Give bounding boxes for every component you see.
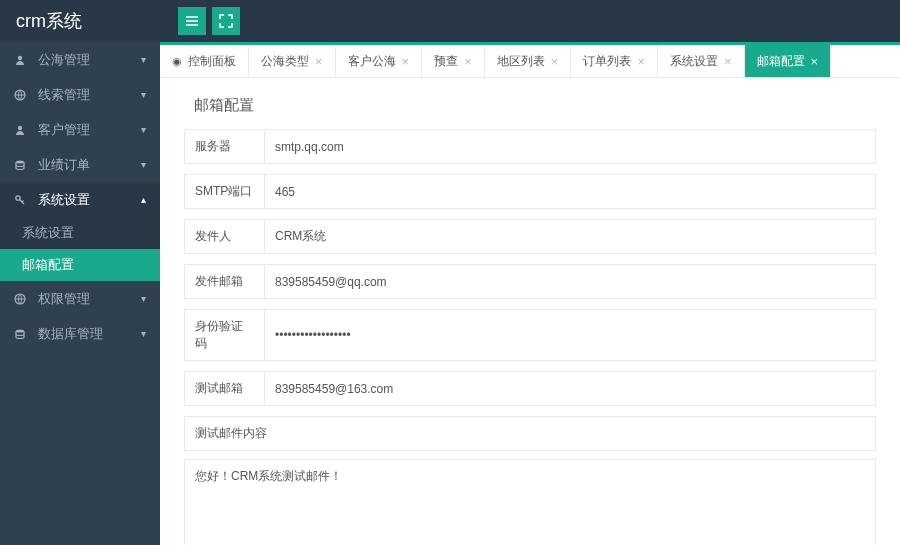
form-row-1: SMTP端口 xyxy=(184,174,876,209)
close-icon[interactable]: × xyxy=(402,54,410,69)
content-area: 邮箱配置 服务器SMTP端口发件人发件邮箱身份验证码测试邮箱 测试邮件内容 提交… xyxy=(160,78,900,545)
sidebar-item-5[interactable]: 权限管理▾ xyxy=(0,281,160,316)
globe-icon: ◉ xyxy=(172,55,182,68)
close-icon[interactable]: × xyxy=(724,54,732,69)
tab-7[interactable]: 邮箱配置× xyxy=(745,45,832,77)
sidebar-item-6[interactable]: 数据库管理▾ xyxy=(0,316,160,351)
sidebar-item-2[interactable]: 客户管理▾ xyxy=(0,112,160,147)
tab-3[interactable]: 预查× xyxy=(422,45,485,77)
field-label: 发件邮箱 xyxy=(184,264,264,299)
tab-1[interactable]: 公海类型× xyxy=(249,45,336,77)
sidebar-label: 数据库管理 xyxy=(38,325,141,343)
tab-label: 控制面板 xyxy=(188,53,236,70)
tab-label: 地区列表 xyxy=(497,53,545,70)
tab-label: 邮箱配置 xyxy=(757,53,805,70)
field-input-2[interactable] xyxy=(264,219,876,254)
globe-icon xyxy=(14,89,30,101)
content-label: 测试邮件内容 xyxy=(184,416,876,451)
tab-label: 公海类型 xyxy=(261,53,309,70)
menu-toggle-button[interactable] xyxy=(178,7,206,35)
sidebar-item-4[interactable]: 系统设置▴ xyxy=(0,182,160,217)
sidebar-label: 公海管理 xyxy=(38,51,141,69)
sidebar-item-3[interactable]: 业绩订单▾ xyxy=(0,147,160,182)
field-label: 测试邮箱 xyxy=(184,371,264,406)
close-icon[interactable]: × xyxy=(811,54,819,69)
sidebar-item-1[interactable]: 线索管理▾ xyxy=(0,77,160,112)
svg-point-0 xyxy=(18,55,22,59)
tab-5[interactable]: 订单列表× xyxy=(571,45,658,77)
fullscreen-icon xyxy=(219,14,233,28)
svg-point-2 xyxy=(18,125,22,129)
sidebar-item-0[interactable]: 公海管理▾ xyxy=(0,42,160,77)
form-row-3: 发件邮箱 xyxy=(184,264,876,299)
form-row-0: 服务器 xyxy=(184,129,876,164)
chevron-down-icon: ▾ xyxy=(141,124,146,135)
sidebar-sub-4-0[interactable]: 系统设置 xyxy=(0,217,160,249)
svg-point-3 xyxy=(16,160,24,163)
field-label: SMTP端口 xyxy=(184,174,264,209)
app-logo: crm系统 xyxy=(0,9,160,33)
chevron-down-icon: ▾ xyxy=(141,293,146,304)
form-fieldset: 邮箱配置 服务器SMTP端口发件人发件邮箱身份验证码测试邮箱 测试邮件内容 提交… xyxy=(184,96,876,545)
tab-6[interactable]: 系统设置× xyxy=(658,45,745,77)
close-icon[interactable]: × xyxy=(464,54,472,69)
field-label: 服务器 xyxy=(184,129,264,164)
sidebar-label: 业绩订单 xyxy=(38,156,141,174)
main-area: ◉控制面板公海类型×客户公海×预查×地区列表×订单列表×系统设置×邮箱配置× 邮… xyxy=(160,42,900,545)
user-icon xyxy=(14,124,30,136)
field-input-5[interactable] xyxy=(264,371,876,406)
form-row-5: 测试邮箱 xyxy=(184,371,876,406)
close-icon[interactable]: × xyxy=(637,54,645,69)
svg-point-6 xyxy=(16,329,24,332)
field-input-0[interactable] xyxy=(264,129,876,164)
sidebar-label: 权限管理 xyxy=(38,290,141,308)
chevron-down-icon: ▾ xyxy=(141,54,146,65)
tab-4[interactable]: 地区列表× xyxy=(485,45,572,77)
field-label: 身份验证码 xyxy=(184,309,264,361)
header-icon-group xyxy=(178,7,240,35)
fullscreen-button[interactable] xyxy=(212,7,240,35)
db-icon xyxy=(14,159,30,171)
user-icon xyxy=(14,54,30,66)
sidebar: 公海管理▾线索管理▾客户管理▾业绩订单▾系统设置▴系统设置邮箱配置权限管理▾数据… xyxy=(0,42,160,545)
sidebar-label: 线索管理 xyxy=(38,86,141,104)
sidebar-sub-4-1[interactable]: 邮箱配置 xyxy=(0,249,160,281)
tab-0[interactable]: ◉控制面板 xyxy=(160,45,249,77)
app-header: crm系统 xyxy=(0,0,900,42)
globe-icon xyxy=(14,293,30,305)
chevron-up-icon: ▴ xyxy=(141,194,146,205)
tab-label: 预查 xyxy=(434,53,458,70)
close-icon[interactable]: × xyxy=(315,54,323,69)
form-row-4: 身份验证码 xyxy=(184,309,876,361)
form-legend: 邮箱配置 xyxy=(184,96,876,129)
db-icon xyxy=(14,328,30,340)
tab-label: 订单列表 xyxy=(583,53,631,70)
chevron-down-icon: ▾ xyxy=(141,159,146,170)
key-icon xyxy=(14,194,30,206)
tab-label: 系统设置 xyxy=(670,53,718,70)
field-input-1[interactable] xyxy=(264,174,876,209)
tab-2[interactable]: 客户公海× xyxy=(336,45,423,77)
sidebar-label: 系统设置 xyxy=(38,191,141,209)
chevron-down-icon: ▾ xyxy=(141,89,146,100)
close-icon[interactable]: × xyxy=(551,54,559,69)
chevron-down-icon: ▾ xyxy=(141,328,146,339)
tab-bar: ◉控制面板公海类型×客户公海×预查×地区列表×订单列表×系统设置×邮箱配置× xyxy=(160,42,900,78)
test-mail-content-textarea[interactable] xyxy=(184,459,876,545)
tab-label: 客户公海 xyxy=(348,53,396,70)
field-input-3[interactable] xyxy=(264,264,876,299)
menu-icon xyxy=(185,14,199,28)
field-label: 发件人 xyxy=(184,219,264,254)
form-row-2: 发件人 xyxy=(184,219,876,254)
sidebar-label: 客户管理 xyxy=(38,121,141,139)
field-input-4[interactable] xyxy=(264,309,876,361)
